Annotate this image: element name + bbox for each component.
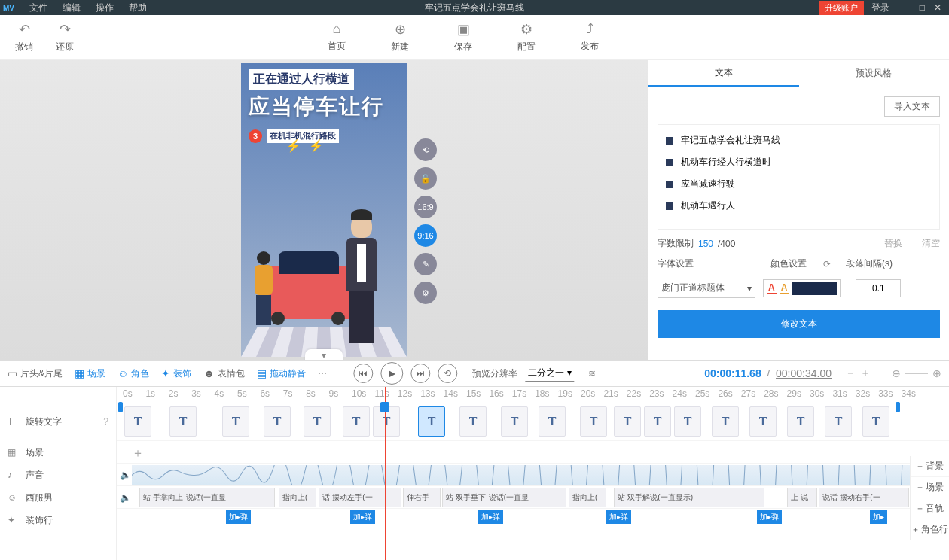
- save-button[interactable]: ▣保存: [454, 21, 472, 53]
- zoom-fit-in-icon[interactable]: ⊕: [932, 367, 941, 379]
- replace-link[interactable]: 替换: [884, 237, 902, 250]
- track-label-scene[interactable]: ▦场景: [0, 441, 116, 464]
- text-clip[interactable]: T: [501, 406, 528, 437]
- text-clip[interactable]: T: [459, 406, 487, 437]
- minimize-icon[interactable]: —: [897, 2, 915, 13]
- track-label-rotate-text[interactable]: T旋转文字?: [0, 402, 116, 441]
- settings-button[interactable]: ⚙: [414, 282, 437, 304]
- text-clip[interactable]: T: [644, 406, 671, 437]
- text-clip[interactable]: T: [222, 406, 249, 437]
- undo-button[interactable]: ↶撤销: [15, 21, 33, 53]
- character-clip[interactable]: 站-双手解说(一直显示): [614, 488, 764, 507]
- decoration-track[interactable]: 加▸弹加▸弹加▸弹加▸弹加▸弹加▸: [117, 509, 949, 531]
- text-clip[interactable]: T: [343, 406, 370, 437]
- menu-help[interactable]: 帮助: [121, 2, 154, 14]
- config-button[interactable]: ⚙配置: [517, 21, 536, 53]
- decoration-clip[interactable]: 加▸弹: [226, 510, 251, 524]
- ratio-16-9-button[interactable]: 16:9: [414, 196, 437, 218]
- modify-text-button[interactable]: 修改文本: [658, 310, 940, 338]
- text-clip[interactable]: T: [787, 406, 814, 437]
- menu-file[interactable]: 文件: [22, 2, 55, 14]
- text-item[interactable]: 机动车行经人行横道时: [663, 151, 935, 173]
- text-clip[interactable]: T: [749, 406, 777, 437]
- refresh-color-icon[interactable]: ⟳: [823, 259, 831, 269]
- text-list[interactable]: 牢记五点学会礼让斑马线 机动车行经人行横道时 应当减速行驶 机动车遇行人: [658, 124, 940, 230]
- decoration-clip[interactable]: 加▸弹: [478, 510, 503, 524]
- loop-button[interactable]: ⟲: [438, 364, 457, 383]
- redo-button[interactable]: ↷还原: [56, 21, 74, 53]
- decoration-clip[interactable]: 加▸弹: [350, 510, 375, 524]
- track-label-decoration[interactable]: ✦装饰行: [0, 509, 116, 531]
- character-clip[interactable]: 上-说: [787, 488, 817, 507]
- maximize-icon[interactable]: □: [915, 2, 929, 13]
- tab-drag-mute[interactable]: ▤拖动静音: [257, 367, 306, 380]
- menu-action[interactable]: 操作: [88, 2, 121, 14]
- text-clip[interactable]: T: [264, 406, 291, 437]
- character-clip[interactable]: 站-双手垂下-说话(一直显: [442, 488, 566, 507]
- add-scene-button[interactable]: ＋: [132, 446, 144, 461]
- preview-rate-select[interactable]: 二分之一 ▾: [525, 365, 574, 382]
- menu-edit[interactable]: 编辑: [55, 2, 88, 14]
- tab-preset-style[interactable]: 预设风格: [799, 60, 950, 87]
- tab-scene[interactable]: ▦场景: [75, 367, 105, 380]
- new-button[interactable]: ⊕新建: [391, 21, 409, 53]
- color-picker[interactable]: A A: [763, 279, 841, 297]
- close-icon[interactable]: ✕: [929, 2, 946, 13]
- tab-role[interactable]: ☺角色: [117, 367, 149, 380]
- character-track[interactable]: 🔈 ⟲ 站-手掌向上-说话(一直显指向上(话-摆动左手(一伸右手站-双手垂下-说…: [117, 486, 949, 509]
- add-scene-track-button[interactable]: ＋ 场景: [911, 477, 949, 498]
- zoom-fit-out-icon[interactable]: ⊖: [892, 367, 901, 379]
- total-time[interactable]: 00:00:34.00: [776, 367, 832, 379]
- help-icon[interactable]: ?: [103, 416, 108, 427]
- publish-button[interactable]: ⤴发布: [581, 21, 599, 53]
- track-label-sound[interactable]: ♪声音: [0, 464, 116, 486]
- import-text-button[interactable]: 导入文本: [884, 96, 940, 117]
- add-role-track-button[interactable]: ＋ 角色行: [911, 519, 949, 540]
- text-item[interactable]: 牢记五点学会礼让斑马线: [663, 129, 935, 151]
- text-item[interactable]: 机动车遇行人: [663, 195, 935, 217]
- play-button[interactable]: ▶: [380, 362, 403, 385]
- text-clip[interactable]: T: [539, 406, 566, 437]
- text-clip[interactable]: T: [674, 406, 701, 437]
- text-clip[interactable]: T: [862, 406, 889, 437]
- font-select[interactable]: 庞门正道标题体▾: [658, 278, 755, 298]
- canvas-area[interactable]: 正在通过人行横道 应当停车让行 3 在机非机混行路段 ⚡ ⚡ ⟲ 🔓 16: [0, 60, 648, 360]
- speaker-icon[interactable]: 🔈: [120, 492, 131, 503]
- prev-button[interactable]: ⏮: [353, 364, 373, 383]
- text-clip[interactable]: T: [712, 406, 739, 437]
- playhead[interactable]: [385, 387, 386, 560]
- video-preview[interactable]: 正在通过人行横道 应当停车让行 3 在机非机混行路段 ⚡ ⚡: [241, 63, 407, 357]
- text-track[interactable]: TTTTTTTTTTTTTTTTTTTT: [117, 402, 949, 441]
- character-clip[interactable]: 指向上(: [279, 488, 316, 507]
- clear-link[interactable]: 清空: [922, 237, 940, 250]
- zoom-in-button[interactable]: ＋: [860, 367, 871, 380]
- audio-track[interactable]: 🔈: [117, 464, 949, 486]
- text-clip[interactable]: T: [304, 406, 331, 437]
- character-clip[interactable]: 指向上(: [569, 488, 606, 507]
- login-button[interactable]: 登录: [864, 2, 897, 14]
- more-icon[interactable]: ⋯: [318, 368, 327, 379]
- next-button[interactable]: ⏭: [410, 364, 430, 383]
- recenter-button[interactable]: ⟲: [414, 138, 437, 161]
- tracks-area[interactable]: 0s1s2s3s4s5s6s7s8s9s10s11s12s13s14s15s16…: [117, 387, 949, 560]
- bg-color-swatch[interactable]: [792, 282, 837, 295]
- decoration-clip[interactable]: 加▸弹: [757, 510, 782, 524]
- speaker-icon[interactable]: 🔈: [120, 470, 131, 480]
- lock-button[interactable]: 🔓: [414, 167, 437, 190]
- text-item[interactable]: 应当减速行驶: [663, 173, 935, 195]
- add-audio-track-button[interactable]: ＋ 音轨: [911, 498, 949, 519]
- track-label-character[interactable]: ☺西服男: [0, 486, 116, 509]
- tab-emoji[interactable]: ☻表情包: [203, 367, 245, 380]
- add-bg-track-button[interactable]: ＋ 背景: [911, 456, 949, 477]
- character-clip[interactable]: 话-摆动左手(一: [319, 488, 401, 507]
- tab-headtail[interactable]: ▭片头&片尾: [8, 367, 63, 380]
- text-clip[interactable]: T: [580, 406, 607, 437]
- upgrade-button[interactable]: 升级账户: [819, 1, 864, 15]
- edit-button[interactable]: ✎: [414, 253, 437, 275]
- decoration-clip[interactable]: 加▸弹: [606, 510, 631, 524]
- text-clip[interactable]: T: [124, 406, 151, 437]
- character-clip[interactable]: 说话-摆动右手(一: [819, 488, 909, 507]
- text-clip[interactable]: T: [169, 406, 197, 437]
- character-clip[interactable]: 站-手掌向上-说话(一直显: [139, 488, 275, 507]
- layers-icon[interactable]: ≋: [588, 368, 596, 379]
